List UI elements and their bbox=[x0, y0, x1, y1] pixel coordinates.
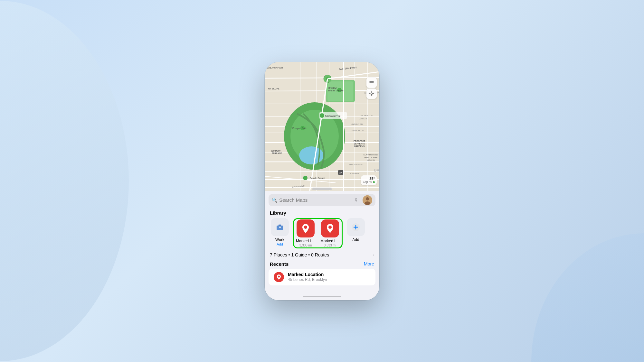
svg-text:LEFFERT.: LEFFERT. bbox=[359, 118, 368, 120]
svg-text:27: 27 bbox=[339, 172, 342, 174]
svg-text:LINCOLN RD: LINCOLN RD bbox=[351, 123, 363, 125]
svg-text:PROSPECT: PROSPECT bbox=[354, 140, 365, 142]
svg-text:ALBEMAR.: ALBEMAR. bbox=[350, 172, 360, 174]
marked-icon-1 bbox=[297, 219, 315, 237]
svg-text:GARDENS: GARDENS bbox=[354, 145, 365, 147]
recents-label: Recents bbox=[270, 261, 364, 267]
svg-text:Prospect Park: Prospect Park bbox=[292, 127, 307, 130]
map-overlay-buttons bbox=[366, 78, 377, 99]
home-indicator bbox=[265, 293, 379, 300]
svg-text:WINDSOR: WINDSOR bbox=[271, 150, 281, 152]
svg-point-73 bbox=[366, 197, 369, 200]
svg-text:RK SLOPE: RK SLOPE bbox=[268, 88, 279, 90]
add-item-name: Add bbox=[352, 237, 359, 242]
marked-2-name: Marked L... bbox=[320, 239, 340, 243]
svg-text:TERRACE: TERRACE bbox=[272, 152, 282, 154]
svg-text:MIDWOOD ST: MIDWOOD ST bbox=[361, 115, 374, 116]
svg-text:STERLING ST: STERLING ST bbox=[352, 130, 365, 132]
recents-header: Recents More bbox=[265, 260, 379, 269]
map-svg: Midwood Trail Grand Army Plaza EASTERN P… bbox=[265, 62, 379, 191]
library-item-marked-2[interactable]: Marked L... 3,333 mi bbox=[319, 219, 341, 247]
weather-aqi: AQI 35 bbox=[363, 181, 375, 184]
weather-aqi-label: AQI 35 bbox=[363, 181, 372, 184]
add-icon bbox=[347, 218, 365, 236]
map-layers-button[interactable] bbox=[366, 78, 377, 88]
svg-rect-77 bbox=[279, 227, 281, 228]
bg-shape-right bbox=[483, 105, 644, 362]
svg-text:BROO: BROO bbox=[374, 168, 379, 172]
recent-info: Marked Location 45 Lenox Rd, Brooklyn bbox=[288, 272, 370, 282]
aqi-dot bbox=[373, 181, 375, 183]
svg-text:Universit.: Universit. bbox=[367, 159, 375, 161]
search-icon: 🔍 bbox=[272, 198, 277, 203]
svg-text:Parade Ground: Parade Ground bbox=[310, 177, 325, 179]
library-row: Work Add Marked L... bbox=[265, 217, 379, 250]
svg-text:Brooklyn: Brooklyn bbox=[328, 87, 337, 89]
recent-item-0[interactable]: Marked Location 45 Lenox Rd, Brooklyn bbox=[269, 269, 375, 285]
search-bar[interactable]: 🔍 🎙 bbox=[269, 194, 375, 206]
library-label: Library bbox=[265, 206, 379, 217]
recent-pin-icon bbox=[274, 272, 284, 282]
svg-point-83 bbox=[278, 275, 280, 277]
work-item-name: Work bbox=[275, 237, 284, 242]
location-button[interactable] bbox=[366, 88, 377, 99]
svg-text:Health Science: Health Science bbox=[365, 156, 378, 158]
svg-point-70 bbox=[371, 93, 372, 94]
svg-text:MARTENSE ST: MARTENSE ST bbox=[349, 163, 363, 165]
marked-1-sub: 3,333 mi bbox=[299, 244, 312, 247]
marked-items-inner: Marked L... 3,333 mi Marked L... 3,333 m… bbox=[294, 219, 341, 247]
more-button[interactable]: More bbox=[364, 261, 374, 266]
library-item-work[interactable]: Work Add bbox=[269, 218, 291, 246]
svg-point-32 bbox=[320, 113, 324, 118]
svg-point-49 bbox=[303, 176, 308, 180]
bg-shape-left bbox=[0, 0, 177, 362]
home-bar bbox=[303, 296, 341, 297]
recent-item-name: Marked Location bbox=[288, 272, 370, 277]
weather-temp: 35° bbox=[363, 177, 375, 181]
search-input[interactable] bbox=[279, 197, 352, 203]
svg-point-78 bbox=[304, 226, 307, 229]
svg-text:Botanic Garden: Botanic Garden bbox=[328, 89, 344, 92]
svg-rect-68 bbox=[312, 189, 332, 190]
places-chevron-icon: › bbox=[373, 252, 374, 257]
drag-handle bbox=[312, 188, 332, 189]
marked-2-sub: 3,333 mi bbox=[324, 244, 336, 247]
library-item-marked-1[interactable]: Marked L... 3,333 mi bbox=[294, 219, 317, 247]
svg-rect-69 bbox=[370, 81, 373, 82]
places-text: 7 Places • 1 Guide • 0 Routes bbox=[270, 252, 373, 257]
svg-rect-76 bbox=[279, 225, 281, 226]
places-row[interactable]: 7 Places • 1 Guide • 0 Routes › bbox=[265, 250, 379, 260]
map-area: Midwood Trail Grand Army Plaza EASTERN P… bbox=[265, 62, 379, 191]
svg-text:Grand Army Plaza: Grand Army Plaza bbox=[265, 67, 283, 69]
library-item-add[interactable]: Add bbox=[345, 218, 367, 242]
svg-text:SUNY Downstate: SUNY Downstate bbox=[364, 154, 379, 156]
marked-group-wrapper: Marked L... 3,333 mi Marked L... 3,333 m… bbox=[293, 218, 343, 248]
svg-point-79 bbox=[328, 226, 332, 229]
work-item-sub: Add bbox=[277, 242, 283, 246]
phone-container: Midwood Trail Grand Army Plaza EASTERN P… bbox=[265, 62, 379, 300]
svg-text:Midwood Trail: Midwood Trail bbox=[325, 115, 341, 117]
recent-item-address: 45 Lenox Rd, Brooklyn bbox=[288, 277, 370, 282]
bottom-panel: 🔍 🎙 Library bbox=[265, 191, 379, 300]
user-avatar[interactable] bbox=[363, 195, 372, 205]
marked-icon-2 bbox=[321, 219, 339, 237]
mic-button[interactable]: 🎙 bbox=[354, 198, 359, 203]
work-icon bbox=[271, 218, 289, 236]
svg-text:LEFFERTS: LEFFERTS bbox=[354, 143, 365, 145]
marked-1-name: Marked L... bbox=[296, 239, 315, 243]
weather-badge: 35° AQI 35 bbox=[361, 175, 377, 185]
